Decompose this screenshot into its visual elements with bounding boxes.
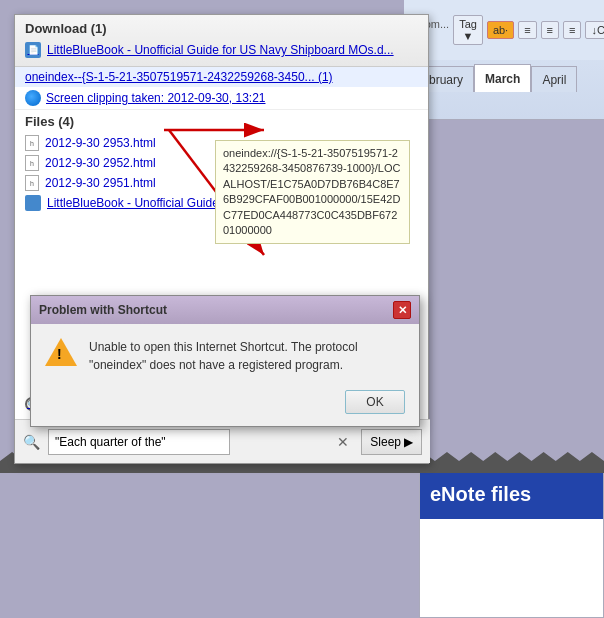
clip-button[interactable]: ↓Clip xyxy=(585,21,604,39)
screen-clip-row: Screen clipping taken: 2012-09-30, 13:21 xyxy=(15,87,428,110)
clip-item[interactable]: 📄 LittleBlueBook - Unofficial Guide for … xyxy=(25,40,418,60)
dialog-title: Problem with Shortcut xyxy=(39,303,167,317)
sleep-button[interactable]: Sleep ▶ xyxy=(361,429,422,455)
lbb-icon xyxy=(25,195,41,211)
warning-icon: ! xyxy=(45,338,77,370)
globe-icon xyxy=(25,90,41,106)
html-file-icon-3: h xyxy=(25,175,39,191)
sleep-arrow-icon: ▶ xyxy=(404,435,413,449)
oneindex-item[interactable]: oneindex--{S-1-5-21-3507519571-243225926… xyxy=(15,67,428,87)
dialog-close-button[interactable]: ✕ xyxy=(393,301,411,319)
download-section: Download (1) 📄 LittleBlueBook - Unoffici… xyxy=(15,15,428,67)
ribbon-background: ustom... ▼ Tag ▼ ab· ≡ ≡ ≡ ↓Clip Februar… xyxy=(404,0,604,120)
dialog-titlebar: Problem with Shortcut ✕ xyxy=(31,296,419,324)
warning-exclamation: ! xyxy=(57,346,62,362)
dialog-body: ! Unable to open this Internet Shortcut.… xyxy=(31,324,419,384)
dialog-ok-button[interactable]: OK xyxy=(345,390,405,414)
download-title: Download (1) xyxy=(25,21,418,36)
problem-shortcut-dialog: Problem with Shortcut ✕ ! Unable to open… xyxy=(30,295,420,427)
format-button[interactable]: ab· xyxy=(487,21,514,39)
files-title: Files (4) xyxy=(25,114,418,129)
tag-button[interactable]: Tag ▼ xyxy=(453,15,483,45)
dialog-footer: OK xyxy=(31,384,419,426)
align-center[interactable]: ≡ xyxy=(541,21,559,39)
search-input[interactable] xyxy=(48,429,230,455)
screen-clip-link[interactable]: Screen clipping taken: 2012-09-30, 13:21 xyxy=(46,91,266,105)
search-clear-button[interactable]: ✕ xyxy=(337,434,349,450)
align-left[interactable]: ≡ xyxy=(518,21,536,39)
html-file-icon-2: h xyxy=(25,155,39,171)
tab-april[interactable]: April xyxy=(531,66,577,92)
align-right[interactable]: ≡ xyxy=(563,21,581,39)
clip-item-icon: 📄 xyxy=(25,42,41,58)
search-icon: 🔍 xyxy=(23,434,40,450)
html-file-icon-1: h xyxy=(25,135,39,151)
tab-march[interactable]: March xyxy=(474,64,531,92)
search-input-wrap: ✕ xyxy=(48,429,353,455)
enote-header: eNote files xyxy=(420,469,603,519)
dialog-message: Unable to open this Internet Shortcut. T… xyxy=(89,338,405,374)
ribbon-tabs: February March April xyxy=(404,60,604,92)
toolbar-area: ustom... ▼ Tag ▼ ab· ≡ ≡ ≡ ↓Clip xyxy=(404,0,604,60)
tooltip-box: oneindex://{S-1-5-21-3507519571-24322592… xyxy=(215,140,410,244)
enote-panel: eNote files xyxy=(419,468,604,618)
